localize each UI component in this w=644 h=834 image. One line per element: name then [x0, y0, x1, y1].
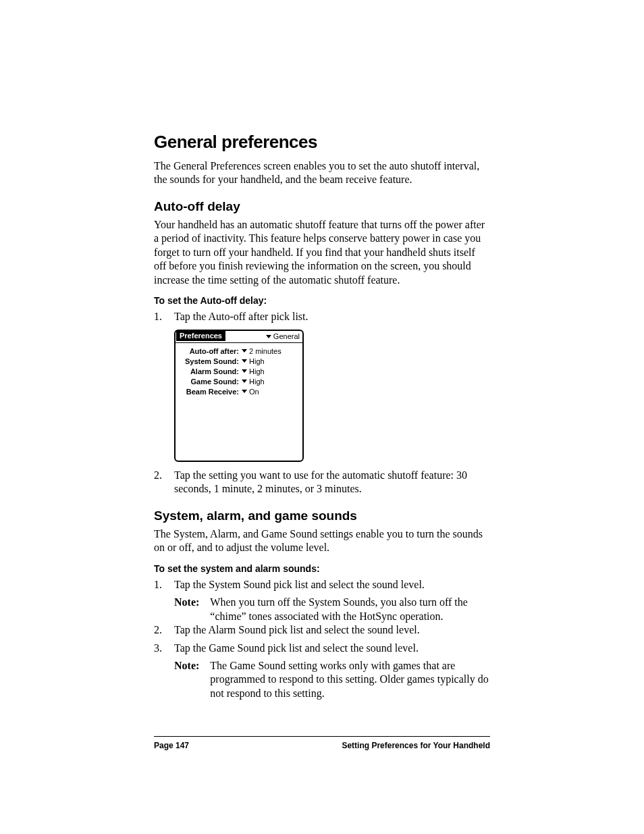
- page-number: Page 147: [154, 741, 189, 750]
- auto-off-steps: Tap the Auto-off after pick list.: [154, 310, 490, 323]
- dropdown-icon: [242, 369, 247, 373]
- pref-row: Alarm Sound: High: [180, 367, 298, 375]
- note-block: Note: When you turn off the System Sound…: [174, 596, 490, 623]
- sounds-heading: System, alarm, and game sounds: [154, 509, 490, 523]
- auto-off-paragraph: Your handheld has an automatic shutoff f…: [154, 218, 490, 287]
- step-text: Tap the System Sound pick list and selec…: [174, 579, 425, 590]
- screenshot-title: Preferences: [176, 331, 225, 341]
- note-block: Note: The Game Sound setting works only …: [174, 659, 490, 700]
- pref-row: Auto-off after: 2 minutes: [180, 347, 298, 355]
- pref-picklist: 2 minutes: [242, 347, 281, 355]
- auto-off-steps-cont: Tap the setting you want to use for the …: [154, 469, 490, 496]
- chapter-title: Setting Preferences for Your Handheld: [342, 741, 490, 750]
- dropdown-icon: [266, 335, 271, 338]
- screenshot-category-picker: General: [266, 332, 300, 340]
- step-text: Tap the Game Sound pick list and select …: [174, 642, 419, 654]
- dropdown-icon: [242, 380, 247, 383]
- intro-paragraph: The General Preferences screen enables y…: [154, 159, 490, 187]
- prefs-screenshot: Preferences General Auto-off after: 2 mi…: [174, 330, 304, 462]
- list-item: Tap the setting you want to use for the …: [154, 469, 490, 496]
- pref-value: On: [249, 388, 259, 396]
- pref-label: Game Sound:: [180, 377, 239, 386]
- list-item: Tap the Alarm Sound pick list and select…: [154, 623, 490, 637]
- pref-row: System Sound: High: [180, 357, 298, 365]
- page-footer: Page 147 Setting Preferences for Your Ha…: [154, 736, 490, 750]
- auto-off-subhead: To set the Auto-off delay:: [154, 295, 490, 306]
- note-text: When you turn off the System Sounds, you…: [210, 596, 490, 623]
- pref-picklist: High: [242, 377, 265, 386]
- sounds-steps-cont: Tap the Alarm Sound pick list and select…: [154, 623, 490, 655]
- note-label: Note:: [174, 659, 199, 700]
- pref-label: Beam Receive:: [180, 388, 239, 396]
- pref-picklist: On: [242, 388, 259, 396]
- list-item: Tap the System Sound pick list and selec…: [154, 578, 490, 592]
- pref-value: High: [249, 357, 265, 365]
- dropdown-icon: [242, 349, 247, 353]
- sounds-paragraph: The System, Alarm, and Game Sound settin…: [154, 527, 490, 555]
- pref-value: High: [249, 367, 265, 375]
- list-item: Tap the Auto-off after pick list.: [154, 310, 490, 323]
- note-label: Note:: [174, 596, 199, 623]
- pref-value: 2 minutes: [249, 347, 281, 355]
- pref-label: Alarm Sound:: [180, 367, 239, 375]
- pref-value: High: [249, 377, 265, 386]
- auto-off-heading: Auto-off delay: [154, 199, 490, 214]
- sounds-subhead: To set the system and alarm sounds:: [154, 563, 490, 574]
- page-heading: General preferences: [154, 132, 490, 153]
- screenshot-category-label: General: [273, 332, 300, 340]
- dropdown-icon: [242, 359, 247, 363]
- list-item: Tap the Game Sound pick list and select …: [154, 642, 490, 655]
- screenshot-body: Auto-off after: 2 minutes System Sound: …: [176, 343, 302, 402]
- pref-picklist: High: [242, 357, 265, 365]
- pref-row: Beam Receive: On: [180, 388, 298, 396]
- screenshot-titlebar: Preferences General: [176, 331, 302, 343]
- pref-row: Game Sound: High: [180, 377, 298, 386]
- pref-picklist: High: [242, 367, 265, 375]
- sounds-steps: Tap the System Sound pick list and selec…: [154, 578, 490, 592]
- note-text: The Game Sound setting works only with g…: [210, 659, 490, 700]
- dropdown-icon: [242, 390, 247, 393]
- pref-label: System Sound:: [180, 357, 239, 365]
- pref-label: Auto-off after:: [180, 347, 239, 355]
